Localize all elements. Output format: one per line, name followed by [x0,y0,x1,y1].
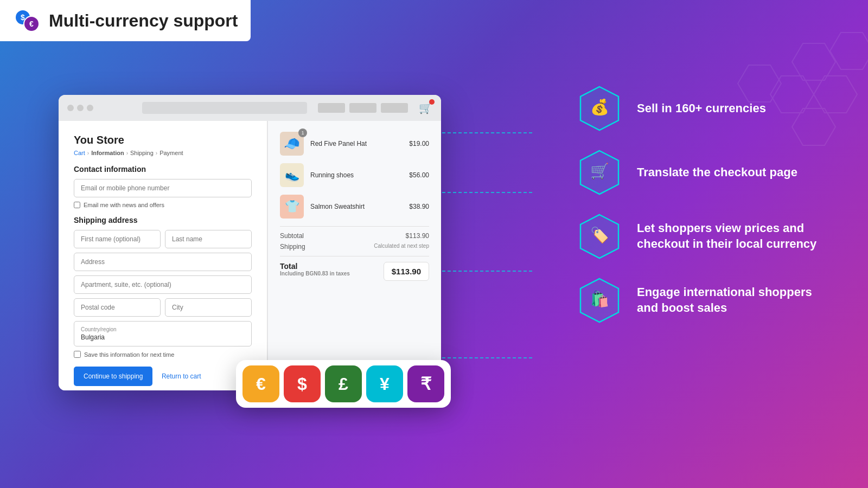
order-panel: 🧢 1 Red Five Panel Hat $19.00 👟 Running … [267,121,441,390]
currency-usd[interactable]: $ [284,365,321,402]
save-checkbox[interactable] [74,351,81,358]
item-img-wrapper-1: 👟 [280,163,304,187]
browser-dot-2 [77,105,84,111]
order-item-2: 👕 Salmon Sweatshirt $38.90 [280,195,429,219]
item-price-2: $38.90 [409,203,429,210]
svg-text:€: € [29,20,34,28]
hex-icon-3: 🛍️ [575,276,624,325]
currency-eur[interactable]: € [242,365,279,402]
item-name-0: Red Five Panel Hat [310,140,403,147]
item-img-wrapper-0: 🧢 1 [280,132,304,156]
currency-gbp[interactable]: £ [325,365,362,402]
feature-item-2: 🏷️ Let shoppers view prices and checkout… [575,212,835,261]
postal-city-row [74,298,252,317]
country-value: Bulgaria [81,333,245,341]
save-label: Save this information for next time [84,351,174,358]
apt-field[interactable] [74,275,252,294]
browser-dot-1 [67,105,74,111]
header: $ € Multi-currency support [0,0,251,41]
breadcrumb: Cart › Information › Shipping › Payment [74,150,252,156]
svg-marker-0 [792,43,835,80]
item-name-2: Salmon Sweatshirt [310,203,403,210]
store-name: You Store [74,134,252,146]
nav-btn-3 [381,103,408,113]
form-actions: Continue to shipping Return to cart [74,367,252,386]
order-item-1: 👟 Running shoes $56.00 [280,163,429,187]
country-field[interactable]: Country/region Bulgaria [74,321,252,346]
last-name-field[interactable] [165,230,252,248]
feature-text-1: Translate the checkout page [637,165,797,181]
nav-btns [318,103,408,113]
name-row [74,230,252,248]
browser-bar: 🛒 [59,95,441,121]
currency-jpy[interactable]: ¥ [366,365,403,402]
subtotal-row: Subtotal $113.90 [280,232,429,240]
svg-text:💰: 💰 [590,98,609,116]
hex-icon-2: 🏷️ [575,212,624,261]
item-name-1: Running shoes [310,171,403,179]
feature-item-0: 💰 Sell in 160+ currencies [575,84,835,133]
breadcrumb-cart[interactable]: Cart [74,150,85,156]
breadcrumb-information: Information [91,150,124,156]
contact-section-title: Contact information [74,165,252,174]
address-field[interactable] [74,253,252,271]
svg-marker-4 [830,33,868,69]
total-label: Total [280,262,350,271]
total-sub-text: Including BGN0.83 in taxes [280,271,350,277]
cart-badge [429,99,435,105]
shipping-section-title: Shipping address [74,216,252,224]
breadcrumb-shipping: Shipping [130,150,154,156]
shipping-value: Calculated at next step [374,243,429,251]
subtotal-value: $113.90 [406,232,429,240]
email-checkbox-label: Email me with news and offers [84,202,164,208]
header-icon: $ € [13,7,41,35]
order-divider-1 [280,226,429,227]
svg-text:🛒: 🛒 [590,162,609,180]
feature-item-3: 🛍️ Engage international shoppers and boo… [575,276,835,325]
item-image-2: 👕 [280,195,304,219]
email-field[interactable] [74,179,252,197]
browser-dot-3 [87,105,93,111]
email-checkbox-row: Email me with news and offers [74,202,252,208]
item-price-0: $19.00 [409,140,429,147]
postal-field[interactable] [74,298,161,317]
total-row: Total Including BGN0.83 in taxes $113.90 [280,262,429,281]
nav-btn-1 [318,103,345,113]
svg-text:🛍️: 🛍️ [590,290,609,308]
return-button[interactable]: Return to cart [162,373,201,380]
item-badge-0: 1 [298,129,307,137]
currency-inr[interactable]: ₹ [407,365,444,402]
hex-icon-0: 💰 [575,84,624,133]
city-field[interactable] [165,298,252,317]
item-img-wrapper-2: 👕 [280,195,304,219]
email-checkbox[interactable] [74,202,80,208]
continue-button[interactable]: Continue to shipping [74,367,152,386]
hex-icon-1: 🛒 [575,148,624,197]
page-title: Multi-currency support [49,11,238,31]
feature-text-2: Let shoppers view prices and checkout in… [637,221,835,252]
cart-icon-wrapper: 🛒 [419,101,432,114]
total-amount: $113.90 [384,262,429,281]
card-body: You Store Cart › Information › Shipping … [59,121,441,390]
order-divider-2 [280,256,429,256]
save-checkbox-row: Save this information for next time [74,351,252,358]
features-panel: 💰 Sell in 160+ currencies 🛒 Translate th… [575,84,835,325]
shipping-row: Shipping Calculated at next step [280,243,429,251]
subtotal-label: Subtotal [280,232,304,240]
currency-pills: € $ £ ¥ ₹ [236,360,451,408]
svg-text:🏷️: 🏷️ [590,226,609,244]
browser-dots [67,105,93,111]
breadcrumb-payment: Payment [159,150,183,156]
item-image-1: 👟 [280,163,304,187]
first-name-field[interactable] [74,230,161,248]
feature-text-3: Engage international shoppers and boost … [637,285,835,316]
country-label: Country/region [81,326,245,332]
form-panel: You Store Cart › Information › Shipping … [59,121,267,390]
item-price-1: $56.00 [409,171,429,179]
feature-text-0: Sell in 160+ currencies [637,101,766,117]
feature-item-1: 🛒 Translate the checkout page [575,148,835,197]
nav-btn-2 [349,103,376,113]
order-item-0: 🧢 1 Red Five Panel Hat $19.00 [280,132,429,156]
shipping-label: Shipping [280,243,305,251]
url-bar [142,102,307,114]
